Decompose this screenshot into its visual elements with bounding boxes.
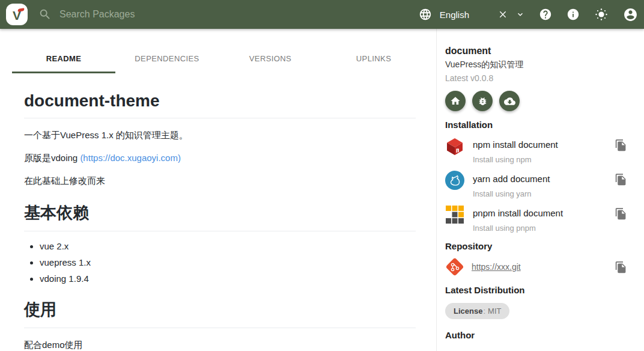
readme-article: document-theme 一个基于VuePress 1.x 的知识管理主题。… — [0, 91, 436, 351]
npm-icon — [445, 136, 464, 156]
tab-dependencies[interactable]: DEPENDENCIES — [115, 45, 219, 73]
install-row-npm: npm install document Install using npm — [445, 136, 632, 164]
info-button[interactable] — [567, 8, 580, 21]
install-row-yarn: yarn add document Install using yarn — [445, 171, 632, 198]
download-tarball-button[interactable] — [499, 91, 520, 111]
license-label: License — [454, 307, 482, 316]
package-detail-content: README DEPENDENCIES VERSIONS UPLINKS doc… — [0, 29, 437, 351]
copy-icon — [615, 261, 627, 273]
tab-uplinks[interactable]: UPLINKS — [322, 45, 425, 73]
package-action-buttons — [445, 91, 632, 111]
verdaccio-logo[interactable]: V — [6, 4, 28, 25]
install-texts-yarn: yarn add document Install using yarn — [473, 171, 550, 198]
package-name: document — [445, 46, 632, 56]
bug-icon — [478, 96, 488, 106]
install-command: npm install document — [473, 139, 558, 150]
git-icon — [445, 257, 464, 276]
usage-heading: 使用 — [24, 299, 416, 328]
help-button[interactable] — [539, 8, 552, 21]
globe-icon — [419, 8, 432, 21]
install-command: yarn add document — [473, 174, 550, 184]
info-icon — [567, 8, 580, 21]
deps-list-item: vdoing 1.9.4 — [40, 273, 416, 284]
copy-npm-command-button[interactable] — [615, 139, 627, 153]
package-sidebar: document VuePress的知识管理 Latest v0.0.8 — [437, 29, 644, 351]
search-icon — [38, 8, 52, 21]
deps-list-item: vuepress 1.x — [40, 257, 416, 267]
chevron-down-icon[interactable] — [516, 10, 524, 19]
theme-toggle-button[interactable] — [594, 7, 609, 22]
package-description: VuePress的知识管理 — [445, 60, 632, 70]
distribution-heading: Latest Distribution — [445, 285, 632, 295]
detail-tabs: README DEPENDENCIES VERSIONS UPLINKS — [12, 45, 436, 73]
account-button[interactable] — [623, 7, 638, 22]
install-hint: Install using yarn — [473, 189, 550, 198]
license-value: MIT — [488, 307, 501, 316]
deps-list: vue 2.x vuepress 1.x vdoing 1.9.4 — [40, 241, 416, 284]
clear-icon[interactable] — [498, 10, 508, 19]
tab-versions[interactable]: VERSIONS — [219, 45, 322, 73]
author-heading: Author — [445, 330, 632, 340]
license-separator: : — [483, 307, 485, 316]
install-hint: Install using pnpm — [473, 224, 563, 233]
repository-link[interactable]: https://xxx.git — [472, 262, 521, 272]
copy-icon — [615, 173, 627, 186]
license-badge: License: MIT — [445, 303, 509, 319]
usage-paragraph: 配合demo使用 — [24, 340, 416, 351]
repository-heading: Repository — [445, 241, 632, 251]
yarn-icon — [445, 171, 464, 190]
language-selector-value[interactable]: English — [440, 10, 469, 20]
top-navbar: V English — [0, 0, 644, 29]
theme-sun-icon — [594, 7, 609, 22]
install-texts-pnpm: pnpm install document Install using pnpm — [473, 205, 563, 233]
readme-title: document-theme — [24, 91, 416, 118]
search-bar — [38, 8, 419, 21]
copy-repository-link-button[interactable] — [615, 261, 627, 275]
copy-icon — [615, 139, 627, 151]
repository-row: https://xxx.git — [445, 257, 632, 276]
install-command: pnpm install document — [473, 208, 563, 218]
help-icon — [539, 8, 552, 21]
readme-origin-link[interactable]: (https://doc.xugaoyi.com) — [80, 153, 181, 163]
install-texts-npm: npm install document Install using npm — [473, 136, 558, 164]
homepage-button[interactable] — [445, 91, 466, 111]
bug-report-button[interactable] — [472, 91, 493, 111]
copy-pnpm-command-button[interactable] — [615, 207, 627, 222]
account-icon — [623, 7, 638, 22]
deps-heading: 基本依赖 — [24, 202, 416, 231]
logo-red-accent — [17, 8, 25, 11]
home-icon — [450, 96, 461, 106]
installation-heading: Installation — [445, 120, 632, 130]
readme-paragraph-3: 在此基础上修改而来 — [24, 176, 416, 187]
main-area: README DEPENDENCIES VERSIONS UPLINKS doc… — [0, 29, 644, 351]
install-row-pnpm: pnpm install document Install using pnpm — [445, 205, 632, 233]
header-actions: English — [419, 7, 638, 22]
cloud-download-icon — [504, 96, 515, 107]
package-latest-version: Latest v0.0.8 — [445, 73, 632, 83]
deps-list-item: vue 2.x — [40, 241, 416, 251]
readme-paragraph-2: 原版是vdoing (https://doc.xugaoyi.com) — [24, 153, 416, 164]
readme-paragraph-1: 一个基于VuePress 1.x 的知识管理主题。 — [24, 130, 416, 141]
search-input[interactable] — [59, 9, 300, 20]
readme-paragraph-2-text: 原版是vdoing — [24, 153, 80, 163]
copy-icon — [615, 207, 627, 220]
tab-readme[interactable]: README — [12, 45, 115, 73]
install-hint: Install using npm — [473, 155, 558, 164]
package-page: V English — [0, 0, 644, 351]
pnpm-icon — [445, 205, 464, 224]
copy-yarn-command-button[interactable] — [615, 173, 627, 188]
